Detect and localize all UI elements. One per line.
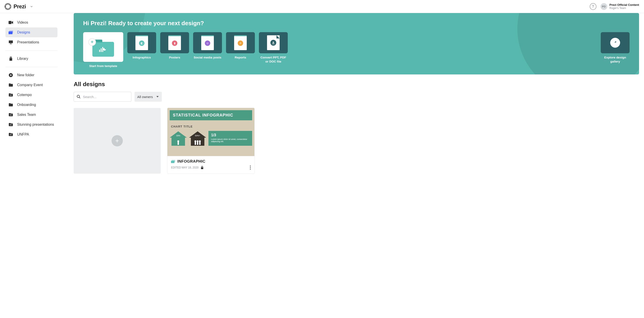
sidebar-folder-company-event[interactable]: Company Event [6,80,58,90]
svg-rect-16 [99,50,100,52]
brand[interactable]: Prezi [4,3,33,10]
user-meta: Prezi Official Content Roger's Team [610,3,639,10]
thumb-stat-box: 1/3 Lorem ipsum dolor sit amet, consecte… [208,131,252,146]
svg-rect-4 [10,58,12,61]
sidebar-item-label: Videos [17,20,28,24]
lock-icon [201,166,204,169]
svg-point-14 [10,135,11,135]
main-content: Hi Prezi! Ready to create your next desi… [60,13,644,183]
sidebar: Videos Designs Presentations Library [0,13,60,183]
folder-icon [8,103,13,107]
section-title: All designs [74,81,639,88]
svg-rect-5 [10,57,12,58]
sidebar-item-label: New folder [17,73,34,77]
sidebar-item-designs[interactable]: Designs [6,27,58,37]
tile-label: Start from template [89,64,117,68]
sidebar-folder-cotempo[interactable]: Cotempo [6,90,58,100]
search-icon [76,95,81,99]
sidebar-item-label: Onboarding [17,103,36,107]
help-icon[interactable]: ? [590,3,596,10]
svg-point-15 [11,135,12,135]
svg-point-9 [11,95,12,96]
shared-folder-icon [8,93,13,97]
avatar: PO [600,3,607,10]
sidebar-item-label: Presentations [17,40,39,44]
sidebar-folder-unfpa[interactable]: UNFPA [6,130,58,140]
upload-icon [272,41,275,44]
chevron-down-icon[interactable] [30,6,33,7]
sidebar-item-presentations[interactable]: Presentations [6,37,58,47]
tile-infographics[interactable]: ◧ Infographics [127,32,156,60]
design-title: INFOGRAPHIC [177,159,206,164]
presentations-icon [8,40,13,44]
svg-point-8 [10,95,11,96]
topbar-right: ? PO Prezi Official Content Roger's Team [590,3,639,10]
brand-logo-icon [4,3,11,10]
svg-rect-2 [8,31,12,34]
designs-icon [171,160,175,163]
svg-point-13 [11,125,12,125]
design-card[interactable]: STATISTICAL INFOGRAPHIC CHART TITLE 33% … [168,108,254,174]
sidebar-item-label: Company Event [17,83,43,87]
sidebar-folder-sales-team[interactable]: Sales Team [6,110,58,120]
sidebar-folder-stunning-presentations[interactable]: Stunning presentations [6,120,58,130]
chart-icon [99,46,108,52]
tile-convert-file[interactable]: Convert PPT, PDF or DOC file [259,32,288,64]
brand-name: Prezi [14,3,26,10]
sidebar-item-label: Library [17,57,28,61]
library-icon [8,57,13,61]
plus-circle-icon [8,73,13,77]
plus-icon: + [88,38,96,46]
tile-label: Explore design gallery [601,56,630,64]
tile-reports[interactable]: ≡ Reports [226,32,255,60]
sidebar-item-label: Stunning presentations [17,123,54,127]
sidebar-item-new-folder[interactable]: New folder [6,70,58,80]
svg-rect-24 [201,167,203,169]
tile-label: Posters [169,56,180,60]
user-team: Roger's Team [610,6,639,10]
search-box[interactable] [74,92,131,102]
sidebar-item-videos[interactable]: Videos [6,17,58,27]
svg-rect-6 [10,57,12,57]
svg-point-20 [615,42,616,43]
house-green-icon: 33% [170,131,187,146]
design-thumbnail: STATISTICAL INFOGRAPHIC CHART TITLE 33% … [168,108,254,156]
tile-label: Social media posts [194,56,221,60]
tile-explore-gallery[interactable]: Explore design gallery [601,32,630,64]
card-menu-button[interactable] [250,165,251,169]
video-icon [8,20,13,24]
new-design-card[interactable]: + [74,108,161,174]
svg-rect-18 [102,47,103,52]
svg-rect-17 [101,48,102,52]
svg-rect-0 [8,21,12,24]
compass-icon [610,38,620,48]
tile-label: Reports [234,56,246,60]
tile-start-from-template[interactable]: + Start from template [83,32,123,68]
sidebar-item-library[interactable]: Library [6,54,58,64]
user-menu[interactable]: PO Prezi Official Content Roger's Team [600,3,639,10]
shared-folder-icon [8,123,13,127]
sidebar-item-label: Cotempo [17,93,32,97]
card-meta: INFOGRAPHIC EDITED MAY 18, 2020 [168,156,254,172]
tile-social-media-posts[interactable]: ☺ Social media posts [193,32,222,60]
svg-point-10 [10,115,11,115]
designs-grid: + STATISTICAL INFOGRAPHIC CHART TITLE 33… [74,108,639,174]
hero-tiles: + Start from template ◧ Infographics [83,32,630,68]
svg-rect-3 [9,40,13,43]
plus-icon: + [112,135,123,147]
tile-label: Infographics [132,56,151,60]
owner-filter-select[interactable]: All owners [134,92,162,102]
search-input[interactable] [83,95,128,99]
shared-folder-icon [8,113,13,117]
svg-rect-23 [171,161,174,163]
sidebar-folder-onboarding[interactable]: Onboarding [6,100,58,110]
design-edited-date: EDITED MAY 18, 2020 [171,166,198,169]
tile-posters[interactable]: ▮ Posters [160,32,189,60]
sidebar-item-label: Sales Team [17,113,36,117]
hero-banner: Hi Prezi! Ready to create your next desi… [74,13,639,74]
owner-filter-label: All owners [137,95,153,99]
designs-icon [8,30,13,34]
svg-point-12 [10,125,11,125]
top-bar: Prezi ? PO Prezi Official Content Roger'… [0,0,644,13]
shared-folder-icon [8,133,13,137]
